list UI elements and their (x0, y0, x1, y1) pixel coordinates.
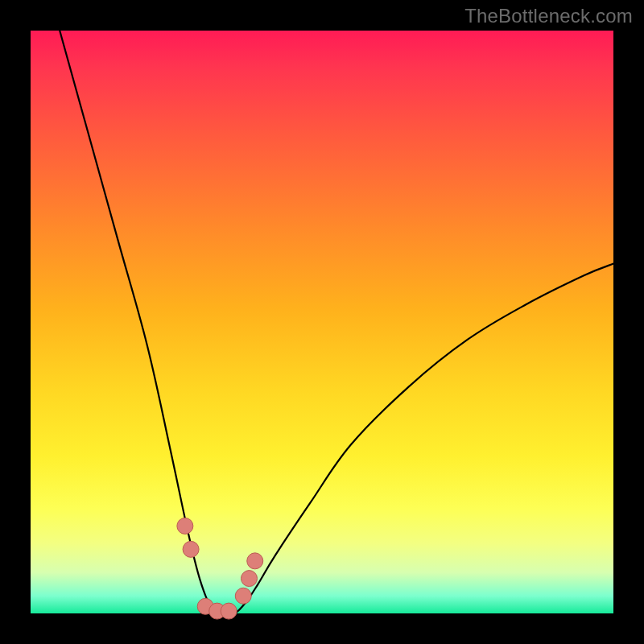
marker-dot (183, 541, 199, 557)
bottleneck-curve-svg (31, 31, 613, 613)
plot-area (31, 31, 613, 613)
marker-dot (177, 518, 193, 534)
marker-dot (242, 571, 258, 587)
highlighted-range-markers (177, 518, 263, 619)
watermark-text: TheBottleneck.com (464, 5, 633, 27)
marker-dot (235, 588, 251, 604)
bottleneck-curve (60, 31, 613, 615)
marker-dot (247, 553, 263, 569)
marker-dot (221, 603, 237, 619)
chart-frame: TheBottleneck.com (0, 0, 644, 644)
